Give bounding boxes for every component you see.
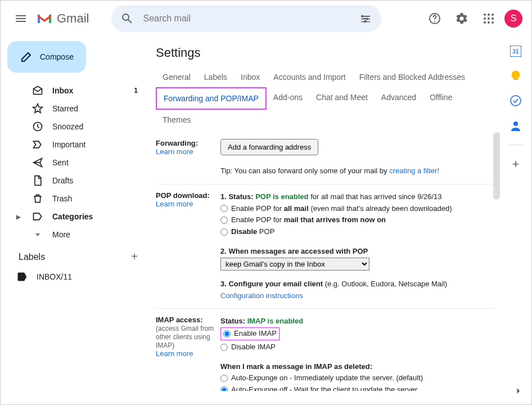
search-icon[interactable] [116,7,138,30]
sidebar-item-drafts[interactable]: Drafts [5,172,145,190]
settings-title: Settings [156,46,500,60]
clock-icon [32,121,43,132]
pop-enable-new-radio[interactable] [220,217,228,224]
inbox-icon [32,85,43,96]
expunge-on-radio[interactable] [220,375,228,382]
imap-subtext: (access Gmail from other clients using I… [156,325,214,349]
tab-filters-and-blocked-addresses[interactable]: Filters and Blocked Addresses [353,67,472,87]
side-panel-toggle[interactable] [512,385,524,397]
sidebar-item-inbox[interactable]: Inbox1 [5,82,145,100]
side-panel: 31 + [500,37,531,404]
compose-button[interactable]: Compose [7,41,86,73]
trash-icon [32,193,43,204]
calendar-app-icon[interactable]: 31 [510,46,521,57]
svg-point-12 [484,14,486,16]
svg-rect-8 [367,18,368,21]
imap-learn-more-link[interactable]: Learn more [156,349,193,358]
imap-access-label: IMAP access: [156,316,203,324]
svg-rect-6 [361,21,370,22]
tab-accounts-and-import[interactable]: Accounts and Import [267,67,352,87]
svg-point-17 [492,17,494,20]
search-input[interactable] [143,14,350,24]
add-forwarding-address-button[interactable]: Add a forwarding address [220,139,318,155]
sidebar-item-trash[interactable]: Trash [5,190,145,208]
support-icon[interactable] [423,7,446,30]
category-icon [32,211,43,222]
tab-forwarding-and-pop-imap[interactable]: Forwarding and POP/IMAP [156,87,267,110]
search-options-icon[interactable] [354,7,377,30]
pop-status-value: POP is enabled [255,192,308,201]
search-bar[interactable] [111,5,381,32]
pop-download-label: POP download: [156,191,210,200]
tab-add-ons[interactable]: Add-ons [267,87,309,110]
imap-status-value: IMAP is enabled [247,317,303,325]
pop-disable-radio[interactable] [220,228,228,236]
tab-offline[interactable]: Offline [423,87,459,110]
svg-point-24 [511,96,521,106]
gmail-logo[interactable]: Gmail [37,11,89,26]
tasks-app-icon[interactable] [510,95,521,106]
svg-point-20 [492,21,494,24]
settings-gear-icon[interactable] [450,7,473,30]
sidebar-item-more[interactable]: More [5,226,145,244]
svg-point-15 [484,17,486,20]
imap-deleted-label: When I mark a message in IMAP as deleted… [220,362,372,371]
pop-action-select[interactable]: keep Gmail's copy in the Inbox [220,258,369,271]
logo-text: Gmail [57,11,89,26]
svg-point-25 [513,122,518,126]
tab-inbox[interactable]: Inbox [234,67,267,87]
tab-themes[interactable]: Themes [156,110,198,130]
sidebar-item-categories[interactable]: ▶Categories [5,208,145,226]
sidebar-item-snoozed[interactable]: Snoozed [5,118,145,136]
svg-rect-5 [361,19,370,20]
forwarding-tip-text: Tip: You can also forward only some of y… [220,166,389,175]
contacts-app-icon[interactable] [510,120,521,131]
apps-grid-icon[interactable] [477,7,500,30]
svg-point-18 [484,21,486,24]
svg-point-14 [492,14,494,16]
sidebar-item-starred[interactable]: Starred [5,100,145,118]
tab-chat-and-meet[interactable]: Chat and Meet [309,87,375,110]
important-icon [32,139,43,150]
svg-point-19 [488,21,490,24]
keep-app-icon[interactable] [510,70,521,82]
main-menu-button[interactable] [10,7,32,30]
create-filter-link[interactable]: creating a filter! [389,166,439,175]
svg-rect-7 [362,15,363,18]
settings-panel: Settings GeneralLabelsInboxAccounts and … [145,37,500,404]
tab-advanced[interactable]: Advanced [375,87,423,110]
sidebar: Compose Inbox1StarredSnoozedImportantSen… [1,37,145,404]
send-icon [32,157,43,168]
scrollbar[interactable] [493,132,500,200]
tab-labels[interactable]: Labels [197,67,234,87]
compose-label: Compose [40,52,74,61]
svg-point-16 [488,17,490,20]
svg-point-13 [488,14,490,16]
imap-enable-radio[interactable] [223,330,231,338]
sidebar-item-important[interactable]: Important [5,136,145,154]
svg-point-11 [434,21,435,22]
add-app-icon[interactable]: + [510,159,521,170]
pop-enable-all-radio[interactable] [220,205,228,212]
imap-disable-radio[interactable] [220,344,228,351]
svg-rect-9 [364,21,366,24]
pop-learn-more-link[interactable]: Learn more [156,200,193,208]
labels-heading: Labels [19,252,45,262]
add-label-button[interactable]: + [131,250,138,263]
expunge-off-radio[interactable] [220,386,228,391]
draft-icon [32,175,43,186]
more-icon [32,229,43,240]
user-label-text: INBOX/11 [37,272,72,281]
account-avatar[interactable]: S [504,10,522,28]
pop-q2-label: 2. When messages are accessed with POP [220,247,368,255]
sidebar-item-sent[interactable]: Sent [5,154,145,172]
user-label-item[interactable]: INBOX/11 [5,268,145,286]
forwarding-learn-more-link[interactable]: Learn more [156,147,193,156]
forwarding-label: Forwarding: [156,139,198,147]
tab-general[interactable]: General [156,67,197,87]
star-icon [32,103,43,114]
pop-config-link[interactable]: Configuration instructions [220,291,303,300]
svg-text:31: 31 [512,48,519,55]
